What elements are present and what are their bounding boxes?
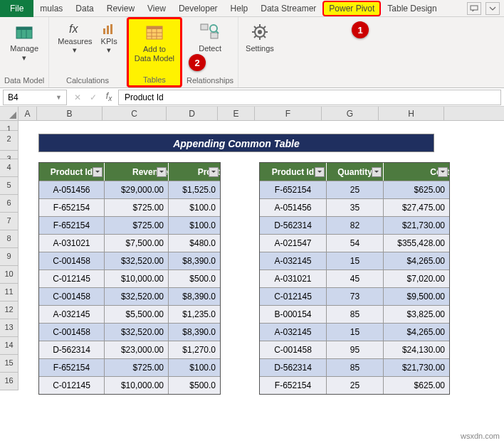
cell[interactable]: $8,390.0 bbox=[169, 323, 220, 341]
fx-icon[interactable]: fx bbox=[101, 90, 117, 105]
th-product-id[interactable]: Product Id bbox=[39, 163, 105, 181]
select-all-corner[interactable] bbox=[0, 107, 19, 120]
cell[interactable]: A-051456 bbox=[39, 181, 105, 198]
cell[interactable]: $10,000.00 bbox=[105, 269, 169, 287]
colhead-H[interactable]: H bbox=[379, 107, 444, 120]
cell[interactable]: $625.00 bbox=[384, 181, 449, 198]
cell[interactable]: A-032145 bbox=[260, 252, 327, 269]
th-cost[interactable]: Cost bbox=[384, 163, 449, 181]
cell[interactable]: A-031021 bbox=[260, 269, 327, 287]
colhead-A[interactable]: A bbox=[19, 107, 37, 120]
tab-help[interactable]: Help bbox=[224, 1, 255, 16]
colhead-G[interactable]: G bbox=[322, 107, 379, 120]
tab-developer[interactable]: Developer bbox=[172, 1, 224, 16]
cell[interactable]: A-021547 bbox=[260, 234, 327, 252]
rowhead[interactable]: 15 bbox=[0, 355, 19, 373]
cell[interactable]: $32,520.00 bbox=[105, 323, 169, 341]
cell[interactable]: $7,020.00 bbox=[384, 269, 449, 287]
cell[interactable]: F-652154 bbox=[39, 358, 105, 376]
cell[interactable]: D-562314 bbox=[260, 216, 327, 234]
cell[interactable]: 85 bbox=[327, 305, 384, 323]
cell[interactable]: $21,730.00 bbox=[384, 216, 449, 234]
tab-view[interactable]: View bbox=[141, 1, 172, 16]
filter-dropdown-icon[interactable] bbox=[315, 167, 325, 177]
file-tab[interactable]: File bbox=[0, 0, 33, 17]
kpis-button[interactable]: KPIs ▾ bbox=[97, 20, 122, 56]
cell[interactable]: $4,265.00 bbox=[384, 323, 449, 341]
rowhead[interactable]: 10 bbox=[0, 266, 19, 284]
add-to-data-model-button[interactable]: Add to Data Model bbox=[132, 21, 177, 65]
cell[interactable]: $1,270.0 bbox=[169, 341, 220, 358]
th-revenue[interactable]: Revenue bbox=[105, 163, 169, 181]
cell[interactable]: $7,500.00 bbox=[105, 234, 169, 252]
tab-power-pivot[interactable]: Power Pivot bbox=[322, 1, 381, 16]
rowhead[interactable]: 2 bbox=[0, 131, 19, 151]
cell[interactable]: $32,520.00 bbox=[105, 287, 169, 305]
tab-data[interactable]: Data bbox=[69, 1, 100, 16]
cell[interactable]: 73 bbox=[327, 287, 384, 305]
rowhead[interactable]: 13 bbox=[0, 319, 19, 337]
cell[interactable]: C-001458 bbox=[39, 287, 105, 305]
cell[interactable]: A-051456 bbox=[260, 198, 327, 216]
colhead-C[interactable]: C bbox=[103, 107, 167, 120]
rowhead[interactable]: 8 bbox=[0, 230, 19, 248]
cell[interactable]: $725.00 bbox=[105, 358, 169, 376]
cell[interactable]: $725.00 bbox=[105, 198, 169, 216]
cell[interactable]: 15 bbox=[327, 323, 384, 341]
filter-dropdown-icon[interactable] bbox=[209, 167, 219, 177]
cell[interactable]: $100.0 bbox=[169, 216, 220, 234]
rowhead[interactable]: 16 bbox=[0, 373, 19, 390]
rowhead[interactable]: 14 bbox=[0, 337, 19, 355]
cell[interactable]: $10,000.00 bbox=[105, 376, 169, 394]
cell[interactable]: $355,428.00 bbox=[384, 234, 449, 252]
cell[interactable]: $1,525.0 bbox=[169, 181, 220, 198]
measures-button[interactable]: fx Measures ▾ bbox=[53, 20, 96, 56]
cell[interactable]: F-652154 bbox=[39, 216, 105, 234]
cell[interactable]: $3,825.00 bbox=[384, 305, 449, 323]
cell[interactable]: 25 bbox=[327, 181, 384, 198]
rowhead[interactable]: 11 bbox=[0, 284, 19, 301]
cell[interactable]: 15 bbox=[327, 252, 384, 269]
cell[interactable]: $500.0 bbox=[169, 376, 220, 394]
cell[interactable]: A-031021 bbox=[39, 234, 105, 252]
rowhead[interactable]: 12 bbox=[0, 301, 19, 319]
rowhead[interactable]: 7 bbox=[0, 213, 19, 230]
cell[interactable]: $29,000.00 bbox=[105, 181, 169, 198]
cell[interactable]: B-000154 bbox=[260, 305, 327, 323]
cell[interactable]: 35 bbox=[327, 198, 384, 216]
rowhead[interactable]: 5 bbox=[0, 177, 19, 195]
detect-button[interactable]: Detect bbox=[196, 20, 224, 55]
cell[interactable]: C-012145 bbox=[39, 376, 105, 394]
th-product-id[interactable]: Product Id bbox=[260, 163, 327, 181]
rowhead[interactable]: 9 bbox=[0, 248, 19, 266]
colhead-B[interactable]: B bbox=[37, 107, 103, 120]
tab-review[interactable]: Review bbox=[100, 1, 141, 16]
tab-data-streamer[interactable]: Data Streamer bbox=[254, 1, 322, 16]
name-box[interactable]: B4 ▼ bbox=[3, 90, 67, 105]
cell[interactable]: $9,500.00 bbox=[384, 287, 449, 305]
filter-dropdown-icon[interactable] bbox=[157, 167, 167, 177]
worksheet-grid[interactable]: A B C D E F G H 1 2 3 4 5 6 7 8 9 10 11 … bbox=[0, 107, 504, 121]
cell[interactable]: F-652154 bbox=[260, 376, 327, 394]
cell[interactable]: A-032145 bbox=[260, 323, 327, 341]
filter-dropdown-icon[interactable] bbox=[372, 167, 382, 177]
cell[interactable]: $100.0 bbox=[169, 358, 220, 376]
filter-dropdown-icon[interactable] bbox=[93, 167, 103, 177]
cell[interactable]: F-652154 bbox=[39, 198, 105, 216]
cell[interactable]: D-562314 bbox=[260, 358, 327, 376]
manage-button[interactable]: Manage ▾ bbox=[7, 20, 41, 64]
cell[interactable]: C-001458 bbox=[39, 252, 105, 269]
cell[interactable]: $500.0 bbox=[169, 269, 220, 287]
cell[interactable]: 85 bbox=[327, 358, 384, 376]
cell[interactable]: $23,000.00 bbox=[105, 341, 169, 358]
tab-formulas[interactable]: mulas bbox=[33, 1, 69, 16]
tab-table-design[interactable]: Table Design bbox=[381, 1, 443, 16]
formula-bar[interactable]: Product Id bbox=[118, 90, 501, 105]
colhead-E[interactable]: E bbox=[218, 107, 255, 120]
cell[interactable]: F-652154 bbox=[260, 181, 327, 198]
cell[interactable]: C-001458 bbox=[39, 323, 105, 341]
cell[interactable]: 82 bbox=[327, 216, 384, 234]
cell[interactable]: 95 bbox=[327, 341, 384, 358]
cell[interactable]: $8,390.0 bbox=[169, 287, 220, 305]
settings-button[interactable]: Settings bbox=[243, 20, 277, 55]
